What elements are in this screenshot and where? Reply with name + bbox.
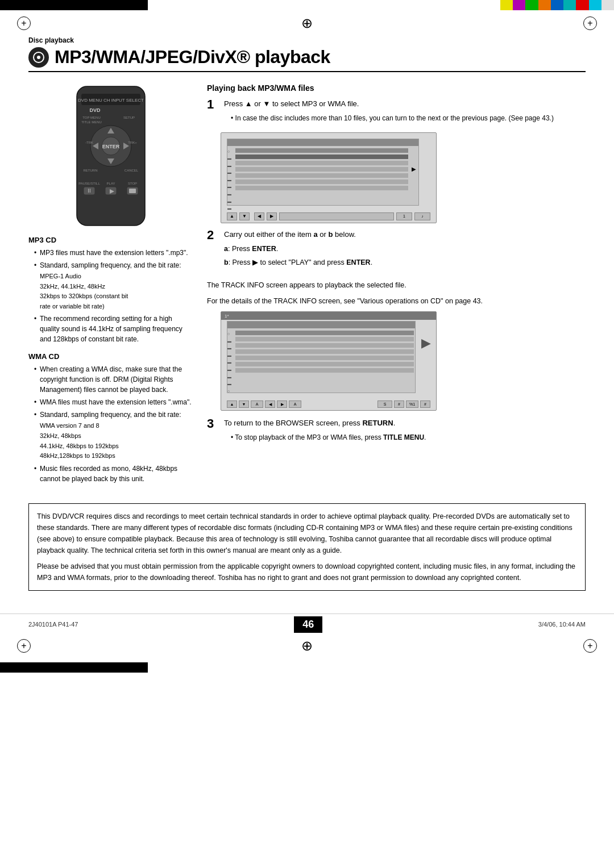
screen-rows-area — [234, 147, 409, 220]
remote-image: DVD MENU CH INPUT SELECT DVD TOP MENU TI… — [60, 84, 162, 228]
top-color-bar — [0, 0, 614, 10]
track-info-text-2: For the details of the TRACK INFO screen… — [207, 295, 586, 307]
mp3cd-bullets: MP3 files must have the extension letter… — [28, 248, 193, 344]
screen2-top-bar-inner — [227, 322, 415, 328]
wmacd-bullets: When creating a WMA disc, make sure that… — [28, 364, 193, 483]
step-1-number: 1 — [207, 98, 221, 111]
svg-text:⏸: ⏸ — [86, 187, 92, 194]
playing-back-title: Playing back MP3/WMA files — [207, 84, 586, 93]
svg-text:DVD MENU  CH  INPUT SELECT: DVD MENU CH INPUT SELECT — [78, 98, 144, 103]
step-2: 2 Carry out either of the item a or b be… — [207, 229, 586, 271]
color-block-blue — [551, 0, 563, 10]
svg-text:TRK+: TRK+ — [128, 141, 137, 144]
wmacd-bullet-4: Music files recorded as mono, 48kHz, 48k… — [34, 464, 193, 484]
screen-top-bar — [227, 139, 418, 146]
bottom-bar-black — [0, 662, 148, 673]
crosshair-bottom — [298, 637, 316, 654]
screen2-content: ○▬▬▬▬▬▬▬○ — [227, 329, 415, 395]
svg-text:-TRK: -TRK — [85, 141, 93, 144]
svg-text:PAUSE/STILL: PAUSE/STILL — [78, 182, 100, 185]
color-block-white — [601, 0, 614, 10]
mp3cd-bullet-3: The recommend recording setting for a hi… — [34, 314, 193, 344]
screen-left-icons: ○▬▬▬▬▬▬▬▬○ — [227, 147, 234, 220]
color-block-orange — [538, 0, 551, 10]
screen-mockup-2: 1* ○▬▬▬▬▬▬▬○ — [221, 311, 437, 411]
screen-content-area: ○▬▬▬▬▬▬▬▬○ — [227, 147, 418, 220]
bottom-color-bar — [0, 662, 614, 673]
svg-text:SETUP: SETUP — [123, 116, 135, 119]
page-number: 46 — [294, 616, 322, 633]
two-column-layout: DVD MENU CH INPUT SELECT DVD TOP MENU TI… — [28, 84, 586, 492]
svg-point-1 — [37, 56, 40, 59]
step-1-subbullet: In case the disc includes more than 10 f… — [224, 113, 586, 123]
main-content: Disc playback MP3/WMA/JPEG/DivX® playbac… — [0, 36, 614, 614]
mp3cd-title: MP3 CD — [28, 236, 193, 244]
svg-text:CANCEL: CANCEL — [125, 169, 139, 172]
reg-marks-top — [0, 10, 614, 36]
right-column: Playing back MP3/WMA files 1 Press ▲ or … — [207, 84, 586, 492]
top-bar-spacer — [148, 0, 500, 10]
track-info-text-1: The TRACK INFO screen appears to playbac… — [207, 279, 586, 291]
mp3cd-bullet-2: Standard, sampling frequency, and the bi… — [34, 260, 193, 311]
svg-text:DVD: DVD — [89, 107, 101, 113]
screen2-bottom-nav: ▲ ▼ A ◀ ▶ A S # %1 # — [227, 400, 430, 408]
wmacd-bitrate: WMA version 7 and 8 32kHz, 48kbps 44.1kH… — [40, 421, 193, 461]
mp3cd-bullet-1: MP3 files must have the extension letter… — [34, 248, 193, 258]
svg-text:TOP MENU: TOP MENU — [82, 116, 100, 119]
screen-right-arrow: ▶ — [409, 147, 418, 220]
registered-mark: ® playback — [237, 47, 330, 67]
step-1-text: Press ▲ or ▼ to select MP3 or WMA file. — [224, 98, 586, 110]
remote-container: DVD MENU CH INPUT SELECT DVD TOP MENU TI… — [28, 84, 193, 230]
title-disc-icon — [28, 47, 49, 68]
step-3: 3 To return to the BROWSER screen, press… — [207, 418, 586, 443]
screen2-topbar: 1* — [221, 312, 436, 320]
svg-text:PLAY: PLAY — [107, 182, 115, 185]
crosshair-top — [298, 15, 316, 32]
screen-inner-1: ○▬▬▬▬▬▬▬▬○ — [227, 139, 419, 206]
footer-right: 3/4/06, 10:44 AM — [538, 621, 586, 628]
left-column: DVD MENU CH INPUT SELECT DVD TOP MENU TI… — [28, 84, 193, 492]
page-footer: 2J40101A P41-47 46 3/4/06, 10:44 AM — [0, 614, 614, 635]
page-title-area: MP3/WMA/JPEG/DivX® playback — [28, 47, 586, 72]
step-3-text: To return to the BROWSER screen, press R… — [224, 418, 586, 429]
reg-mark-bottomleft — [17, 639, 31, 653]
screen-bottom-nav: ▲ ▼ ◀ ▶ 1 ♪ — [227, 212, 430, 220]
svg-text:TITLE MENU: TITLE MENU — [81, 120, 102, 124]
svg-text:ENTER: ENTER — [102, 144, 120, 149]
svg-text:STOP: STOP — [128, 182, 137, 185]
bottom-spacer — [148, 662, 614, 673]
footer-left: 2J40101A P41-47 — [28, 621, 78, 628]
step-3-content: To return to the BROWSER screen, press R… — [224, 418, 586, 443]
screen2-left-icons: ○▬▬▬▬▬▬▬○ — [227, 329, 234, 395]
breadcrumb: Disc playback — [28, 36, 586, 44]
reg-mark-topright — [583, 16, 597, 30]
footer-note-box: This DVD/VCR requires discs and recordin… — [28, 503, 586, 591]
step-2b: b: Press ▶ to select "PLAY" and press EN… — [224, 257, 586, 268]
color-block-red — [576, 0, 588, 10]
svg-text:RETURN: RETURN — [84, 169, 98, 172]
wmacd-bullet-2: WMA files must have the extension letter… — [34, 397, 193, 407]
page-wrapper: Disc playback MP3/WMA/JPEG/DivX® playbac… — [0, 0, 614, 868]
reg-mark-topleft — [17, 16, 31, 30]
svg-rect-28 — [129, 189, 136, 193]
step-2-content: Carry out either of the item a or b belo… — [224, 229, 586, 271]
color-blocks — [500, 0, 614, 10]
step-1-content: Press ▲ or ▼ to select MP3 or WMA file. … — [224, 98, 586, 123]
color-block-yellow — [500, 0, 513, 10]
wmacd-title: WMA CD — [28, 352, 193, 361]
top-bar-black — [0, 0, 148, 10]
step-2-number: 2 — [207, 229, 221, 241]
screen2-rows — [234, 329, 415, 395]
footer-note-2: Please be advised that you must obtain p… — [37, 561, 577, 583]
reg-mark-bottomright — [583, 639, 597, 653]
reg-marks-bottom — [0, 635, 614, 657]
screen-mockup-1: ○▬▬▬▬▬▬▬▬○ — [221, 132, 437, 223]
screen2-play-icon: ▶ — [418, 329, 434, 357]
color-block-magenta — [513, 0, 525, 10]
wmacd-bullet-1: When creating a WMA disc, make sure that… — [34, 364, 193, 395]
color-block-cyan — [563, 0, 576, 10]
step-3-number: 3 — [207, 418, 221, 430]
wmacd-bullet-3: Standard, sampling frequency, and the bi… — [34, 410, 193, 461]
step-2-text: Carry out either of the item a or b belo… — [224, 229, 586, 240]
color-block-green — [525, 0, 538, 10]
